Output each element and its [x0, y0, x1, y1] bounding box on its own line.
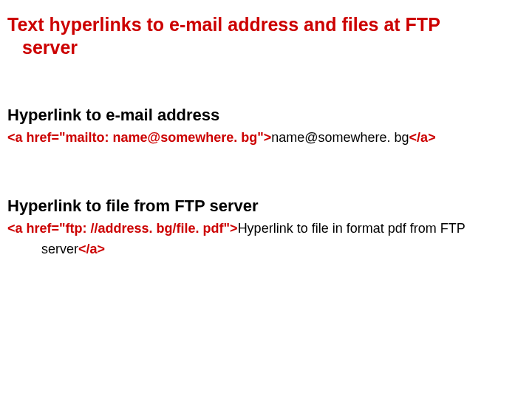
section-1-code: <a href="mailto: name@somewhere. bg">nam… [7, 128, 525, 149]
section-2-code: <a href="ftp: //address. bg/file. pdf">H… [7, 219, 525, 260]
code-link-text: name@somewhere. bg [271, 130, 409, 145]
code-link-text-2a: Hyperlink to file in format pdf from FTP [238, 221, 466, 236]
title-line-2: server [7, 37, 78, 58]
code-close-tag-2: </a> [78, 242, 105, 256]
code-open-tag: <a href="mailto: name@somewhere. bg"> [7, 130, 271, 145]
code-open-tag-2: <a href="ftp: //address. bg/file. pdf"> [7, 221, 238, 236]
section-2-heading: Hyperlink to file from FTP server [7, 197, 525, 216]
section-1-heading: Hyperlink to e-mail address [7, 106, 525, 125]
title-line-1: Text hyperlinks to e-mail address and fi… [7, 14, 440, 35]
slide-title: Text hyperlinks to e-mail address and fi… [7, 13, 525, 60]
code-close-tag: </a> [409, 130, 436, 145]
slide: Text hyperlinks to e-mail address and fi… [0, 0, 532, 399]
code-link-text-2b: server [41, 242, 78, 256]
